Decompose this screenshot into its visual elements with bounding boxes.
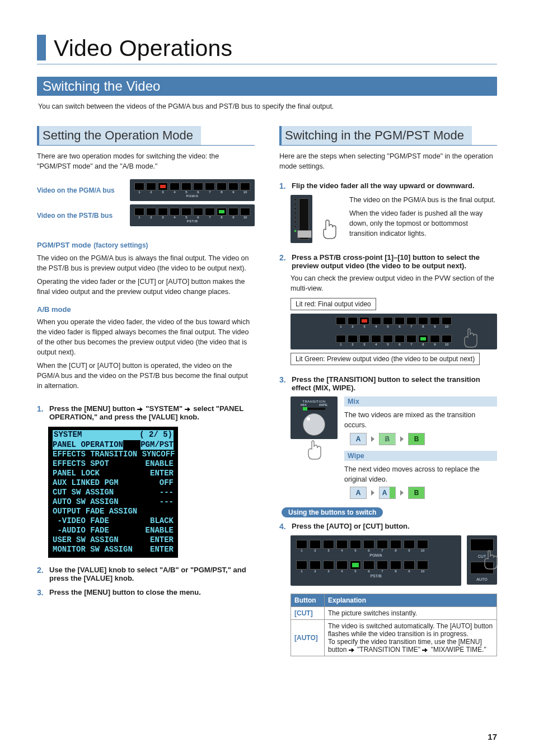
mix-text: The two videos are mixed as the transiti…	[344, 410, 497, 430]
switch-panel: 12345678910 PGM/A 12345678910 PST/B	[291, 535, 461, 586]
menu-pager: ( 2/ 5)	[139, 430, 172, 440]
mode-pgmpst-p1: The video on the PGM/A bus is always the…	[37, 253, 255, 273]
left-step1-sys: "SYSTEM"	[144, 404, 185, 413]
fader-graphic	[291, 195, 343, 243]
wipe-text: The next video moves across to replace t…	[344, 464, 497, 484]
hand-icon	[457, 324, 484, 353]
cell-cut-text: The picture switches instantly.	[325, 606, 497, 619]
right-step-4: 4. Press the [AUTO] or [CUT] button.	[279, 522, 497, 531]
crosspoint-panel: 12345678910 12345678910	[291, 314, 497, 349]
wipe-sequence: A A B	[350, 487, 497, 499]
cell-cut-button: [CUT]	[291, 606, 325, 619]
right-step2-text: Press a PST/B cross-point [1]–[10] butto…	[292, 253, 480, 270]
mix-sequence: A AB B	[350, 433, 497, 445]
right-intro: Here are the steps when selecting "PGM/P…	[279, 151, 497, 171]
left-step1-pre: Press the [MENU] button	[49, 404, 137, 413]
mode-ab-p2: When the [CUT] or [AUTO] button is opera…	[37, 361, 255, 391]
right-step3-text: Press the [TRANSITION] button to select …	[292, 375, 480, 392]
label-lit-green: Lit Green: Preview output video (the vid…	[291, 353, 480, 365]
right-step-1: 1. Flip the video fader all the way upwa…	[279, 181, 497, 190]
right-step1-p1: The video on the PGM/A bus is the final …	[349, 195, 497, 205]
hand-icon	[316, 214, 343, 243]
section-heading: Switching the Video	[37, 77, 497, 96]
sub-heading-left-text: Setting the Operation Mode	[37, 126, 201, 145]
button-table: Button Explanation [CUT] The picture swi…	[291, 594, 497, 656]
arrow-icon	[349, 647, 355, 653]
hand-icon	[301, 436, 327, 465]
left-step-3: 3. Press the [MENU] button to close the …	[37, 588, 255, 597]
wipe-head: Wipe	[344, 451, 497, 461]
bus-a-caption: PGM/A	[134, 194, 250, 198]
right-column: Switching in the PGM/PST Mode Here are t…	[279, 111, 497, 656]
mode-ab-head: A/B mode	[37, 305, 255, 314]
left-step2-text: Use the [VALUE] knob to select "A/B" or …	[49, 566, 246, 582]
right-step4-text: Press the [AUTO] or [CUT] button.	[292, 522, 410, 530]
right-step1-p2: When the video fader is pushed all the w…	[349, 208, 497, 239]
left-intro: There are two operation modes for switch…	[37, 151, 255, 171]
arrow-icon	[185, 407, 191, 412]
table-row: [AUTO] The video is switched automatical…	[291, 619, 497, 656]
mode-ab-p1: When you operate the video fader, the vi…	[37, 317, 255, 358]
section-intro: You can switch between the videos of the…	[38, 101, 496, 111]
bus-b-caption: PST/B	[134, 220, 250, 223]
right-step2-p: You can check the preview output video i…	[291, 273, 497, 293]
sub-heading-left: Setting the Operation Mode	[37, 126, 255, 146]
hand-icon	[477, 545, 504, 575]
menu-title: SYSTEM	[54, 430, 82, 440]
page-title: Video Operations	[54, 35, 232, 64]
label-lit-red: Lit red: Final output video	[291, 298, 376, 310]
mode-pgmpst-head: PGM/PST mode	[37, 241, 91, 249]
arrow-icon	[137, 407, 144, 412]
table-row: [CUT] The picture switches instantly.	[291, 606, 497, 619]
transition-panel: TRANSITION MIXWIPE	[291, 396, 338, 439]
using-buttons-pill: Using the buttons to switch	[282, 507, 383, 517]
cell-auto-text: The video is switched automatically. The…	[325, 619, 497, 656]
bus-b-label: Video on the PST/B bus	[37, 212, 124, 220]
title-accent-bar	[37, 35, 46, 60]
th-explanation: Explanation	[325, 594, 497, 606]
right-step-2: 2. Press a PST/B cross-point [1]–[10] bu…	[279, 253, 497, 270]
th-button: Button	[291, 594, 325, 606]
right-step-3: 3. Press the [TRANSITION] button to sele…	[279, 375, 497, 392]
left-column: Setting the Operation Mode There are two…	[37, 111, 255, 656]
bus-a-label: Video on the PGM/A bus	[37, 186, 124, 194]
bus-b-panel: 12345678910 PST/B	[130, 204, 255, 226]
mode-pgmpst-p2: Operating the video fader or the [CUT] o…	[37, 277, 255, 297]
mix-head: Mix	[344, 396, 497, 407]
left-step-1: 1. Press the [MENU] button "SYSTEM" sele…	[37, 404, 255, 421]
doc-title-wrap: Video Operations	[37, 35, 497, 64]
page-number: 17	[488, 732, 497, 741]
left-step-2: 2. Use the [VALUE] knob to select "A/B" …	[37, 566, 255, 582]
sub-heading-right: Switching in the PGM/PST Mode	[279, 126, 497, 146]
menu-screenshot: SYSTEM( 2/ 5) PANEL OPERATIONPGM/PST EFF…	[48, 427, 178, 558]
bus-a-panel: 12345678910 PGM/A	[130, 179, 255, 201]
cell-auto-button: [AUTO]	[291, 619, 325, 656]
left-step3-text: Press the [MENU] button to close the men…	[49, 588, 201, 596]
sub-heading-right-text: Switching in the PGM/PST Mode	[279, 126, 472, 145]
right-step1-text: Flip the video fader all the way upward …	[292, 181, 475, 190]
mode-pgmpst-hint: (factory settings)	[93, 241, 148, 249]
arrow-icon	[422, 647, 429, 653]
